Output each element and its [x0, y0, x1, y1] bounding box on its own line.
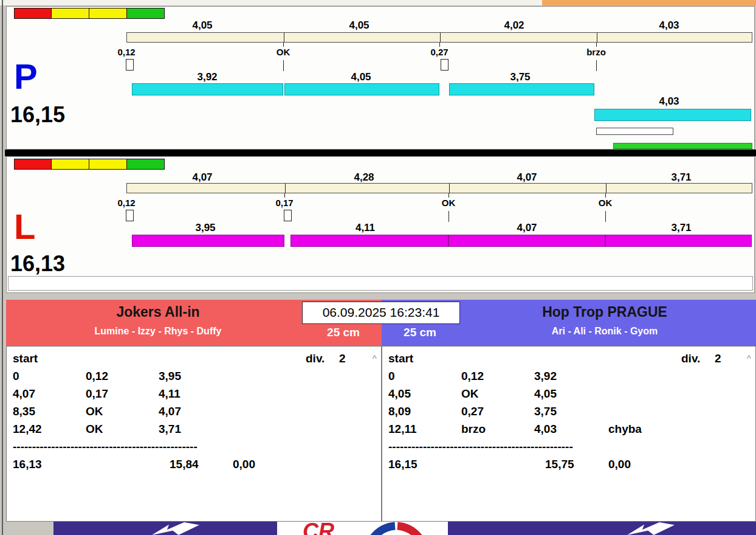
- result-row: 8,09 0,27 3,75: [382, 405, 755, 423]
- footer-band-center: CR: [277, 522, 448, 535]
- bar-divider: [606, 184, 607, 193]
- scroll-up-icon[interactable]: ^: [372, 353, 377, 362]
- dog-time-label: 3,71: [651, 222, 712, 234]
- result-row: 12,42 OK 3,71: [7, 423, 381, 440]
- exchange-mark: OK: [575, 198, 636, 208]
- mini-progress-bar: [596, 128, 673, 135]
- team-left-results: start div. 2 0 0,12 3,95 4,07 0,17 4,11 …: [6, 346, 382, 522]
- dog-split-bar: [449, 83, 594, 95]
- dog-time: 3,75: [534, 405, 557, 418]
- lane-p-status-strip: [14, 8, 165, 19]
- dog-split-bar: [132, 235, 284, 247]
- tick-mark: [596, 43, 597, 47]
- tick-mark: [439, 43, 440, 47]
- penalty-time: 0,00: [233, 458, 255, 471]
- exchange-value: 0,27: [461, 405, 484, 418]
- dog-time-label: 3,75: [490, 71, 551, 83]
- division-value: 2: [339, 352, 346, 365]
- tick-mark: [284, 193, 285, 198]
- cr-roundel-icon: [350, 522, 441, 535]
- result-row: 0 0,12 3,92: [382, 370, 755, 387]
- lane-l: 4,07 4,28 4,07 3,71 0,12 0,17 OK OK 3,95…: [6, 156, 755, 293]
- dog-time-label: 4,07: [497, 222, 557, 234]
- cumulative-time: 0: [13, 370, 19, 383]
- dog-split-bar: [284, 83, 439, 95]
- arrow-logo-icon: [152, 522, 199, 535]
- dog-time-label: 3,92: [177, 71, 238, 83]
- status-red-segment: [14, 159, 52, 170]
- scroll-up-icon[interactable]: ^: [746, 353, 751, 362]
- exchange-value: 0,17: [86, 387, 108, 401]
- team-left-jump-height: 25 cm: [310, 326, 377, 339]
- bar-divider: [440, 33, 441, 42]
- status-yellow-segment-2: [89, 8, 127, 19]
- dog-time: 4,07: [159, 405, 181, 418]
- tick-mark: [283, 43, 284, 47]
- segment-time-label: 3,71: [651, 171, 712, 184]
- tick-mark: [596, 60, 597, 71]
- cumulative-time: 8,09: [388, 405, 411, 418]
- total-time: 16,15: [388, 458, 418, 471]
- exchange-value: brzo: [461, 423, 486, 436]
- separator-row: ----------------------------------------…: [382, 440, 755, 458]
- lane-l-total: 16,13: [10, 253, 65, 275]
- totals-row: 16,15 15,75 0,00: [382, 458, 755, 475]
- result-row: 4,07 0,17 4,11: [7, 387, 381, 405]
- result-row: 12,11 brzo 4,03 chyba: [382, 423, 755, 440]
- status-green-segment: [127, 159, 165, 170]
- results-header-row: start div. 2: [382, 352, 755, 370]
- segment-time-label: 4,02: [484, 19, 545, 32]
- dog-time-label: 4,05: [331, 71, 391, 83]
- exchange-mark: 0,17: [254, 198, 315, 208]
- dog-time-label: 4,03: [639, 95, 699, 108]
- division-label: div.: [681, 352, 700, 365]
- exchange-box: [284, 210, 292, 221]
- tick-mark: [448, 211, 449, 222]
- arrow-logo-icon: [627, 522, 675, 535]
- dog-time: 4,03: [534, 423, 557, 436]
- dog-time-label: 3,95: [175, 222, 236, 234]
- exchange-value: OK: [86, 423, 103, 436]
- division-value: 2: [715, 352, 721, 365]
- lane-l-letter: L: [14, 209, 35, 244]
- lane-l-total-bar: [126, 183, 752, 193]
- results-header-row: start div. 2: [7, 352, 381, 370]
- dog-split-bar: [448, 235, 605, 247]
- cumulative-time: 4,07: [13, 387, 35, 401]
- exchange-box: [126, 210, 134, 221]
- window-left-edge: [2, 0, 3, 535]
- result-row: 0 0,12 3,95: [7, 370, 381, 387]
- cumulative-time: 8,35: [13, 405, 35, 418]
- cropped-orange-panel: [542, 0, 756, 6]
- lane-p-total: 16,15: [10, 104, 65, 126]
- net-time: 15,75: [545, 458, 574, 471]
- net-time: 15,84: [170, 458, 199, 471]
- exchange-box: [441, 59, 448, 71]
- segment-time-label: 4,28: [334, 171, 394, 184]
- exchange-mark: brzo: [566, 47, 627, 57]
- status-yellow-segment-1: [52, 159, 89, 170]
- dog-time-label: 4,11: [335, 222, 396, 234]
- result-row: 4,05 OK 4,05: [382, 387, 755, 405]
- team-right-jump-height: 25 cm: [387, 326, 453, 339]
- team-right-results: start div. 2 0 0,12 3,92 4,05 OK 4,05 8,…: [382, 346, 756, 522]
- team-right-members: Ari - Ali - Ronik - Gyom: [459, 326, 751, 337]
- segment-time-label: 4,03: [639, 19, 699, 32]
- segment-time-label: 4,05: [329, 19, 390, 32]
- penalty-time: 0,00: [608, 458, 631, 471]
- bar-divider: [597, 33, 597, 42]
- footer-band-left: [53, 522, 277, 535]
- exchange-mark: 0,27: [409, 47, 470, 57]
- team-left-name: Jokers All-in: [24, 304, 292, 320]
- lane-p-total-bar: [126, 32, 752, 43]
- exchange-value: 0,12: [86, 370, 108, 383]
- bar-divider: [449, 184, 450, 193]
- status-red-segment: [14, 8, 52, 19]
- dog-time: 3,92: [534, 370, 557, 383]
- segment-time-label: 4,07: [497, 171, 557, 184]
- empty-row-bar: [8, 276, 753, 291]
- cumulative-time: 12,11: [388, 423, 417, 436]
- segment-time-label: 4,07: [172, 171, 233, 184]
- exchange-mark: 0,12: [96, 47, 157, 57]
- fault-note: chyba: [608, 423, 642, 436]
